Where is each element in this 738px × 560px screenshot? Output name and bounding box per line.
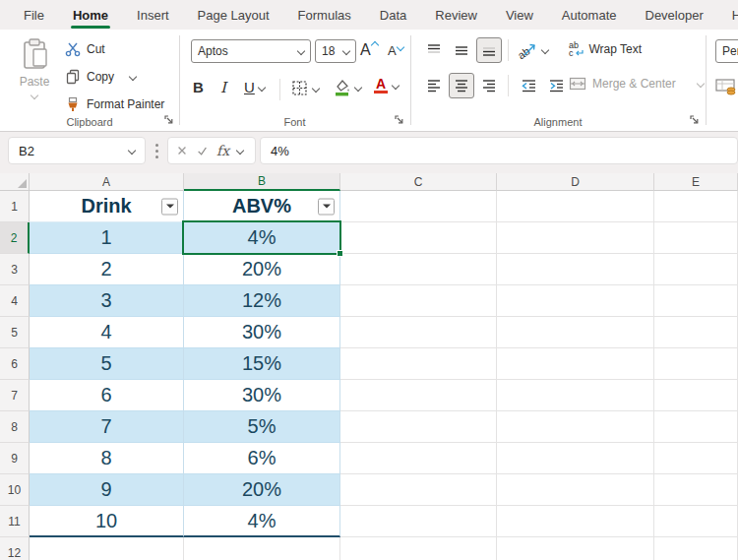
row-header-10[interactable]: 10	[0, 474, 30, 506]
cell-B2-selected[interactable]: 4%	[184, 222, 340, 254]
cell-D6[interactable]	[497, 348, 654, 380]
cell-A6[interactable]: 5	[30, 348, 184, 380]
cell-C4[interactable]	[340, 285, 497, 317]
paste-button[interactable]: Paste	[10, 37, 59, 124]
column-header-d[interactable]: D	[497, 173, 654, 191]
cell-C8[interactable]	[340, 411, 497, 443]
cell-E8[interactable]	[654, 411, 738, 443]
font-name-combo[interactable]: Aptos	[191, 39, 311, 63]
cell-E3[interactable]	[654, 254, 738, 285]
font-size-combo[interactable]: 18	[315, 39, 356, 63]
increase-font-size-button[interactable]: A	[360, 41, 378, 59]
wrap-text-button[interactable]: ab c Wrap Text	[569, 41, 642, 57]
cell-B3[interactable]: 20%	[184, 254, 340, 285]
cell-D3[interactable]	[497, 254, 654, 285]
row-header-7[interactable]: 7	[0, 380, 30, 411]
tab-insert[interactable]: Insert	[131, 0, 175, 30]
table-header-drink[interactable]: Drink	[30, 191, 184, 222]
row-header-3[interactable]: 3	[0, 254, 30, 285]
name-box[interactable]: B2	[8, 137, 146, 164]
tab-view[interactable]: View	[500, 0, 539, 30]
cell-C6[interactable]	[340, 348, 497, 380]
cell-E6[interactable]	[654, 348, 738, 380]
cell-A7[interactable]: 6	[30, 380, 184, 411]
table-header-abv[interactable]: ABV%	[184, 191, 340, 222]
cell-D7[interactable]	[497, 380, 654, 411]
tab-help[interactable]: Help	[726, 0, 738, 30]
row-header-11[interactable]: 11	[0, 506, 30, 537]
cell-D9[interactable]	[497, 443, 654, 474]
row-header-4[interactable]: 4	[0, 285, 30, 317]
cell-B4[interactable]: 12%	[184, 285, 340, 317]
formula-bar-resize-handle[interactable]	[155, 144, 158, 158]
orientation-button[interactable]: ab	[518, 41, 548, 59]
align-right-button[interactable]	[476, 73, 502, 98]
cell-D8[interactable]	[497, 411, 654, 443]
borders-button[interactable]	[291, 80, 319, 96]
cell-B8[interactable]: 5%	[184, 411, 340, 443]
font-color-button[interactable]: A	[374, 78, 399, 93]
cell-D1[interactable]	[497, 191, 654, 222]
cell-E9[interactable]	[654, 443, 738, 474]
cell-E1[interactable]	[654, 191, 738, 222]
cell-B5[interactable]: 30%	[184, 317, 340, 348]
filter-button-abv[interactable]	[318, 198, 335, 215]
cell-D10[interactable]	[497, 474, 654, 506]
cell-A9[interactable]: 8	[30, 443, 184, 474]
align-left-button[interactable]	[421, 73, 447, 98]
filter-button-drink[interactable]	[161, 198, 178, 215]
row-header-1[interactable]: 1	[0, 191, 30, 222]
cell-A5[interactable]: 4	[30, 317, 184, 348]
row-header-6[interactable]: 6	[0, 348, 30, 380]
insert-function-button[interactable]: fx	[216, 143, 229, 158]
tab-data[interactable]: Data	[374, 0, 412, 30]
row-header-5[interactable]: 5	[0, 317, 30, 348]
alignment-dialog-launcher-icon[interactable]	[689, 114, 701, 126]
middle-align-button[interactable]	[449, 37, 474, 63]
select-all-corner[interactable]	[0, 173, 30, 191]
cut-button[interactable]: Cut	[65, 41, 105, 57]
top-align-button[interactable]	[421, 37, 447, 63]
copy-button[interactable]: Copy	[65, 69, 136, 85]
accounting-format-button[interactable]	[715, 77, 738, 96]
cell-B7[interactable]: 30%	[184, 380, 340, 411]
row-header-8[interactable]: 8	[0, 411, 30, 443]
decrease-font-size-button[interactable]: A	[388, 43, 403, 58]
fill-color-button[interactable]	[333, 78, 361, 96]
underline-button[interactable]: U	[244, 79, 265, 95]
cell-E4[interactable]	[654, 285, 738, 317]
cell-C5[interactable]	[340, 317, 497, 348]
tab-review[interactable]: Review	[429, 0, 483, 30]
tab-formulas[interactable]: Formulas	[292, 0, 357, 30]
align-center-button[interactable]	[449, 73, 474, 98]
number-format-combo[interactable]: Per	[715, 39, 738, 63]
cancel-icon[interactable]	[176, 145, 188, 156]
row-header-12[interactable]: 12	[0, 537, 30, 560]
format-painter-button[interactable]: Format Painter	[65, 96, 164, 112]
cell-A2[interactable]: 1	[30, 222, 184, 254]
cell-C12[interactable]	[340, 537, 497, 560]
italic-button[interactable]: I	[220, 79, 226, 96]
enter-icon[interactable]	[196, 145, 209, 156]
bold-button[interactable]: B	[193, 79, 204, 95]
cell-A8[interactable]: 7	[30, 411, 184, 443]
tab-developer[interactable]: Developer	[640, 0, 709, 30]
column-header-e[interactable]: E	[654, 173, 738, 191]
column-header-c[interactable]: C	[340, 173, 497, 191]
merge-center-button[interactable]: Merge & Center	[569, 77, 704, 91]
tab-file[interactable]: File	[18, 0, 50, 30]
column-header-a[interactable]: A	[30, 173, 184, 191]
fill-handle[interactable]	[337, 250, 343, 257]
cell-D12[interactable]	[497, 537, 654, 560]
cell-B12[interactable]	[184, 537, 340, 560]
cell-B10[interactable]: 20%	[184, 474, 340, 506]
decrease-indent-button[interactable]	[516, 73, 541, 98]
cell-C2[interactable]	[340, 222, 497, 254]
cell-A11[interactable]: 10	[30, 506, 184, 537]
cell-E7[interactable]	[654, 380, 738, 411]
cell-C10[interactable]	[340, 474, 497, 506]
cell-A3[interactable]: 2	[30, 254, 184, 285]
cell-B6[interactable]: 15%	[184, 348, 340, 380]
cell-E2[interactable]	[654, 222, 738, 254]
increase-indent-button[interactable]	[543, 73, 569, 98]
